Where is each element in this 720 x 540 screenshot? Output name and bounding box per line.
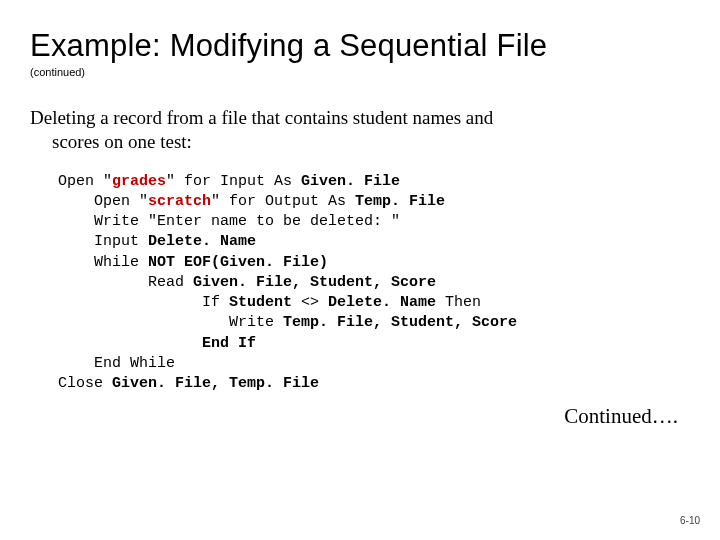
code-line-1: Open "grades" for Input As Given. File <box>58 173 400 190</box>
t: grades <box>112 173 166 190</box>
code-line-8: Write Temp. File, Student, Score <box>58 314 517 331</box>
t: Given. File, Student, Score <box>193 274 436 291</box>
t: " for Input As <box>166 173 301 190</box>
t <box>58 335 202 352</box>
slide-subtitle: (continued) <box>30 66 690 78</box>
code-line-10: End While <box>58 355 175 372</box>
code-block: Open "grades" for Input As Given. File O… <box>58 172 690 395</box>
intro-text: Deleting a record from a file that conta… <box>30 106 690 154</box>
t: Write <box>58 213 148 230</box>
t: While <box>58 254 148 271</box>
t: Open <box>58 173 103 190</box>
code-line-7: If Student <> Delete. Name Then <box>58 294 481 311</box>
intro-line-2: scores on one test: <box>30 130 690 154</box>
t: " for Output As <box>211 193 355 210</box>
t: Temp. File, Student, Score <box>283 314 517 331</box>
t: Given. File, Temp. File <box>112 375 319 392</box>
code-line-11: Close Given. File, Temp. File <box>58 375 319 392</box>
t: End If <box>202 335 256 352</box>
code-line-6: Read Given. File, Student, Score <box>58 274 436 291</box>
code-line-5: While NOT EOF(Given. File) <box>58 254 328 271</box>
t: Delete. Name <box>328 294 436 311</box>
t: Given. File <box>301 173 400 190</box>
continued-label: Continued…. <box>30 404 678 429</box>
code-line-9: End If <box>58 335 256 352</box>
slide: Example: Modifying a Sequential File (co… <box>0 0 720 540</box>
t: Then <box>436 294 481 311</box>
code-line-4: Input Delete. Name <box>58 233 256 250</box>
t: Temp. File <box>355 193 445 210</box>
t: Delete. Name <box>148 233 256 250</box>
code-line-3: Write "Enter name to be deleted: " <box>58 213 400 230</box>
code-line-2: Open "scratch" for Output As Temp. File <box>58 193 445 210</box>
t: Write <box>58 314 283 331</box>
t: " <box>139 193 148 210</box>
t: Close <box>58 375 112 392</box>
slide-title: Example: Modifying a Sequential File <box>30 28 690 64</box>
t: Input <box>58 233 148 250</box>
t: End While <box>58 355 175 372</box>
t: Student <box>229 294 292 311</box>
t: " <box>103 173 112 190</box>
t: If <box>58 294 229 311</box>
t: scratch <box>148 193 211 210</box>
intro-line-1: Deleting a record from a file that conta… <box>30 107 493 128</box>
t: Open <box>58 193 139 210</box>
t: "Enter name to be deleted: " <box>148 213 400 230</box>
page-number: 6-10 <box>680 515 700 526</box>
t: NOT EOF(Given. File) <box>148 254 328 271</box>
t: Read <box>58 274 193 291</box>
t: <> <box>292 294 328 311</box>
